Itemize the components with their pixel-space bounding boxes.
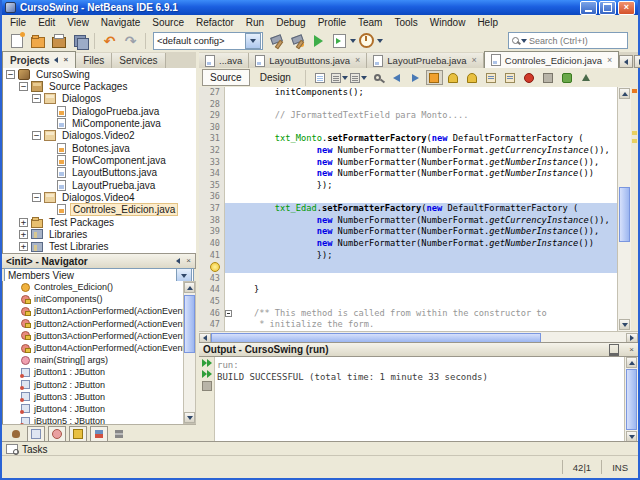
member-initcomponents[interactable]: initComponents() — [3, 293, 183, 305]
code-line-38[interactable]: 38 new NumberFormatter(NumberFormat.getC… — [199, 215, 618, 227]
menu-tools[interactable]: Tools — [388, 17, 423, 28]
member-jbutton5[interactable]: jButton5 : JButton — [3, 415, 183, 424]
show-static-members-icon[interactable] — [48, 426, 66, 442]
member-jbutton2actionperformed[interactable]: jButton2ActionPerformed(ActionEvent evt) — [3, 318, 183, 330]
menu-view[interactable]: View — [61, 17, 95, 28]
code-line-27[interactable]: 27 initComponents(); — [199, 87, 618, 99]
history-icon[interactable] — [312, 70, 329, 85]
design-view-button[interactable]: Design — [252, 69, 299, 86]
find-selection-icon[interactable] — [369, 70, 386, 85]
restore-button[interactable] — [599, 1, 616, 15]
build-project-button[interactable] — [266, 31, 287, 50]
scroll-tabs-left-icon[interactable] — [619, 55, 633, 68]
error-stripe-mark[interactable] — [632, 131, 637, 135]
comment-lines-icon[interactable] — [483, 70, 500, 85]
member-jbutton4actionperformed[interactable]: jButton4ActionPerformed(ActionEvent evt) — [3, 342, 183, 354]
menu-refactor[interactable]: Refactor — [190, 17, 240, 28]
close-tab-icon[interactable]: × — [355, 56, 360, 65]
member-jbutton2[interactable]: jButton2 : JButton — [3, 379, 183, 391]
next-occurrence-icon[interactable] — [407, 70, 424, 85]
scroll-left-icon[interactable] — [199, 333, 211, 343]
code-line-47[interactable]: 47 * initialize the form. — [199, 319, 618, 331]
projects-tree[interactable]: −CursoSwing−Source Packages−DialogosDial… — [2, 68, 196, 253]
menu-team[interactable]: Team — [352, 17, 388, 28]
expander-icon[interactable]: − — [19, 82, 28, 91]
previous-bookmark-icon[interactable] — [445, 70, 462, 85]
tree-node-dialogos-video2[interactable]: −Dialogos.Video2 — [3, 130, 196, 142]
config-combobox[interactable]: <default config> — [153, 32, 263, 50]
previous-occurrence-icon[interactable] — [388, 70, 405, 85]
tasks-bar[interactable]: Tasks — [2, 441, 638, 456]
code-line-28[interactable]: 28 — [199, 99, 618, 111]
editor-vertical-scrollbar[interactable] — [617, 87, 631, 331]
editor-tab-ava[interactable]: ...ava — [199, 53, 249, 68]
run-project-button[interactable] — [308, 31, 329, 50]
tree-node-layoutbuttons-java[interactable]: LayoutButtons.java — [3, 167, 196, 179]
tree-node-cursoswing[interactable]: −CursoSwing — [3, 68, 196, 80]
error-stripe[interactable] — [631, 87, 638, 331]
code-line-32[interactable]: 32 new NumberFormatter(NumberFormat.getC… — [199, 145, 618, 157]
expander-icon[interactable]: − — [6, 70, 15, 79]
scrollbar-thumb[interactable] — [184, 295, 195, 353]
code-folds-dropdown-icon[interactable] — [331, 70, 348, 85]
code-line-36[interactable]: 36 — [199, 191, 618, 203]
code-line-34[interactable]: 34 new NumberFormatter(NumberFormat.getN… — [199, 168, 618, 180]
tree-node-flowcomponent-java[interactable]: FlowComponent.java — [3, 154, 196, 166]
code-line-40[interactable]: 40 new NumberFormatter(NumberFormat.getN… — [199, 238, 618, 250]
menu-debug[interactable]: Debug — [270, 17, 311, 28]
quick-search-box[interactable] — [508, 32, 628, 49]
code-line-31[interactable]: 31 txt_Monto.setFormatterFactory(new Def… — [199, 133, 618, 145]
code-line-45[interactable]: 45 — [199, 296, 618, 308]
code-line-37[interactable]: 37 txt_Edad.setFormatterFactory(new Defa… — [199, 203, 618, 215]
close-tab-icon[interactable]: × — [607, 56, 612, 65]
close-panel-icon[interactable]: × — [186, 257, 191, 265]
shift-line-icon[interactable] — [578, 70, 595, 85]
uncomment-lines-icon[interactable] — [502, 70, 519, 85]
member-jbutton3actionperformed[interactable]: jButton3ActionPerformed(ActionEvent evt) — [3, 330, 183, 342]
rerun-debug-button[interactable] — [202, 370, 212, 378]
code-line-41[interactable]: 41 }); — [199, 250, 618, 262]
close-output-icon[interactable]: × — [629, 346, 634, 354]
scroll-up-icon[interactable] — [619, 88, 630, 99]
expander-icon[interactable]: + — [19, 230, 28, 239]
sort-by-source-icon[interactable] — [111, 427, 127, 441]
explorer-tab-services[interactable]: Services — [112, 53, 165, 68]
member-jbutton3[interactable]: jButton3 : JButton — [3, 391, 183, 403]
code-line-33[interactable]: 33 new NumberFormatter(NumberFormat.getN… — [199, 157, 618, 169]
toggle-highlight-icon[interactable] — [426, 70, 443, 85]
code-line-30[interactable]: 30 — [199, 122, 618, 134]
tree-node-botones-java[interactable]: Botones.java — [3, 142, 196, 154]
scroll-up-icon[interactable] — [626, 357, 637, 368]
error-stripe-mark[interactable] — [632, 139, 637, 143]
minimize-button[interactable] — [580, 1, 597, 15]
editor-tab-layoutprueba-java[interactable]: LayoutPrueba.java× — [367, 53, 484, 68]
code-line-46[interactable]: 46 /** This method is called from within… — [199, 308, 618, 320]
view-dropdown-icon[interactable] — [350, 70, 367, 85]
stop-button[interactable] — [202, 381, 212, 391]
code-line-44[interactable]: 44 } — [199, 284, 618, 296]
explorer-tab-projects[interactable]: Projects× — [2, 51, 76, 68]
code-line-43[interactable]: 43 — [199, 273, 618, 285]
editor-tab-controles-edicion-java[interactable]: Controles_Edicion.java× — [484, 51, 619, 68]
menu-help[interactable]: Help — [471, 17, 504, 28]
code-line-39[interactable]: 39 new NumberFormatter(NumberFormat.getN… — [199, 226, 618, 238]
minimize-panel-icon[interactable] — [176, 258, 180, 264]
show-inherited-members-icon[interactable] — [8, 427, 24, 441]
scrollbar-track[interactable] — [211, 333, 626, 343]
tree-node-source-packages[interactable]: −Source Packages — [3, 80, 196, 92]
scrollbar-thumb[interactable] — [211, 333, 541, 343]
show-non-public-members-icon[interactable] — [69, 426, 87, 442]
menu-run[interactable]: Run — [240, 17, 270, 28]
code-lines[interactable]: 27 initComponents();2829 // JFormattedTe… — [199, 87, 618, 331]
expander-icon[interactable]: − — [32, 131, 41, 140]
undo-button[interactable]: ↶ — [99, 31, 120, 50]
code-editor[interactable]: 27 initComponents();2829 // JFormattedTe… — [199, 87, 638, 331]
close-panel-icon[interactable]: × — [63, 56, 68, 64]
editor-tab-layoutbuttons-java[interactable]: LayoutButtons.java× — [249, 53, 367, 68]
scroll-right-icon[interactable] — [626, 333, 638, 343]
next-bookmark-icon[interactable] — [464, 70, 481, 85]
open-project-button[interactable] — [48, 31, 69, 50]
scrollbar-thumb[interactable] — [619, 187, 630, 242]
new-file-button[interactable] — [6, 31, 27, 50]
tree-node-libraries[interactable]: +Libraries — [3, 228, 196, 240]
